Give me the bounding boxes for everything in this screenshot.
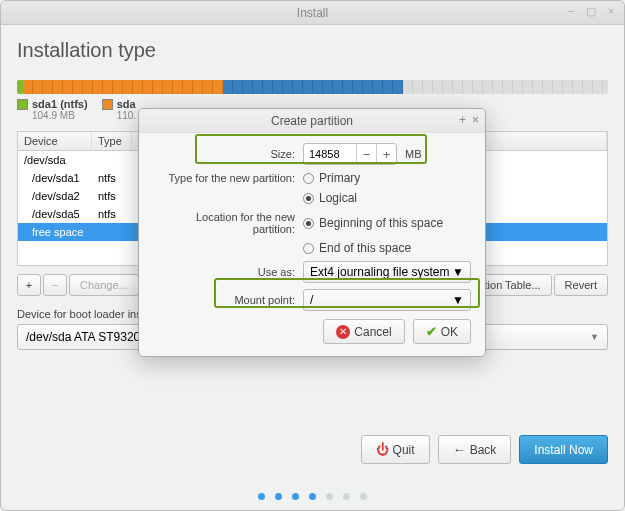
ok-label: OK — [441, 325, 458, 339]
wizard-footer: ⏻ Quit ← Back Install Now — [361, 435, 608, 464]
back-button[interactable]: ← Back — [438, 435, 512, 464]
size-input[interactable] — [304, 148, 356, 160]
cell-type: ntfs — [98, 208, 138, 220]
type-label: Type for the new partition: — [153, 172, 303, 184]
size-stepper[interactable]: − + — [303, 143, 397, 165]
chevron-down-icon: ▼ — [452, 265, 464, 279]
cell-device: /dev/sda1 — [24, 172, 98, 184]
mount-point-label: Mount point: — [153, 294, 303, 306]
cell-type — [98, 154, 138, 166]
arrow-left-icon: ← — [453, 442, 466, 457]
step-dot — [343, 493, 350, 500]
maximize-icon[interactable]: ▢ — [584, 4, 598, 18]
cell-device: /dev/sda2 — [24, 190, 98, 202]
legend-swatch-icon — [102, 99, 113, 110]
step-dot — [360, 493, 367, 500]
stepper-plus-icon[interactable]: + — [376, 144, 396, 164]
usage-seg-sda2 — [23, 80, 223, 94]
radio-end[interactable]: End of this space — [303, 241, 411, 255]
location-label: Location for the new partition: — [153, 211, 303, 235]
step-dot — [275, 493, 282, 500]
legend-label: sda — [117, 98, 136, 110]
use-as-value: Ext4 journaling file system — [310, 265, 449, 279]
titlebar: Install − ▢ × — [1, 1, 624, 25]
cancel-icon: ✕ — [336, 325, 350, 339]
disk-usage-bar — [17, 80, 608, 94]
col-device[interactable]: Device — [18, 132, 92, 150]
legend-label: sda1 (ntfs) — [32, 98, 88, 110]
window-title: Install — [297, 6, 328, 20]
back-label: Back — [470, 443, 497, 457]
step-dot — [258, 493, 265, 500]
ok-button[interactable]: ✔ OK — [413, 319, 471, 344]
dialog-close-icon[interactable]: × — [472, 113, 479, 127]
cell-type — [98, 226, 138, 238]
radio-primary[interactable]: Primary — [303, 171, 360, 185]
step-dot — [292, 493, 299, 500]
legend-item: sda1 (ntfs) 104.9 MB — [17, 98, 88, 121]
use-as-combo[interactable]: Ext4 journaling file system ▼ — [303, 261, 471, 283]
change-button[interactable]: Change... — [69, 274, 139, 296]
quit-button[interactable]: ⏻ Quit — [361, 435, 430, 464]
radio-beginning[interactable]: Beginning of this space — [303, 216, 443, 230]
revert-button[interactable]: Revert — [554, 274, 608, 296]
minimize-icon[interactable]: − — [564, 4, 578, 18]
step-dot — [309, 493, 316, 500]
cell-type: ntfs — [98, 190, 138, 202]
close-icon[interactable]: × — [604, 4, 618, 18]
col-type[interactable]: Type — [92, 132, 132, 150]
create-partition-dialog: Create partition + × Size: − + MB Type f… — [138, 108, 486, 357]
usage-seg-sda5 — [223, 80, 403, 94]
stepper-minus-icon[interactable]: − — [356, 144, 376, 164]
cell-device: free space — [24, 226, 98, 238]
cell-device: /dev/sda — [24, 154, 98, 166]
dialog-add-icon[interactable]: + — [459, 113, 466, 127]
check-icon: ✔ — [426, 324, 437, 339]
size-label: Size: — [153, 148, 303, 160]
cell-device: /dev/sda5 — [24, 208, 98, 220]
usage-seg-free — [403, 80, 608, 94]
mount-point-value: / — [310, 293, 313, 307]
step-indicator — [1, 493, 624, 500]
chevron-down-icon: ▼ — [452, 293, 464, 307]
mount-point-combo[interactable]: / ▼ — [303, 289, 471, 311]
radio-logical[interactable]: Logical — [303, 191, 357, 205]
dialog-titlebar: Create partition + × — [139, 109, 485, 133]
power-icon: ⏻ — [376, 442, 389, 457]
legend-size: 104.9 MB — [32, 110, 88, 121]
chevron-down-icon: ▼ — [590, 332, 599, 342]
use-as-label: Use as: — [153, 266, 303, 278]
page-title: Installation type — [17, 39, 608, 62]
step-dot — [326, 493, 333, 500]
legend-swatch-icon — [17, 99, 28, 110]
cell-type: ntfs — [98, 172, 138, 184]
cancel-label: Cancel — [354, 325, 391, 339]
size-unit: MB — [405, 148, 422, 160]
legend-size: 110. — [117, 110, 136, 121]
remove-button[interactable]: − — [43, 274, 67, 296]
add-button[interactable]: + — [17, 274, 41, 296]
install-now-button[interactable]: Install Now — [519, 435, 608, 464]
dialog-title: Create partition — [271, 114, 353, 128]
cancel-button[interactable]: ✕ Cancel — [323, 319, 404, 344]
quit-label: Quit — [393, 443, 415, 457]
legend-item: sda 110. — [102, 98, 136, 121]
